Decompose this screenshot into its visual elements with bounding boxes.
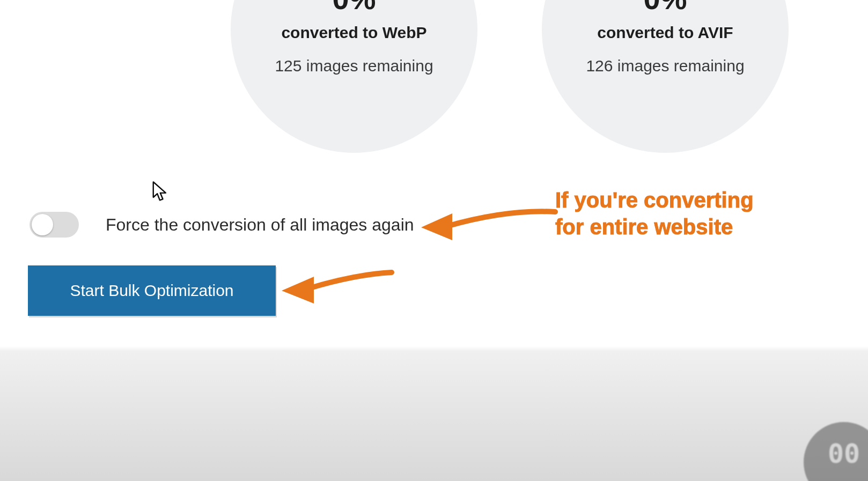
mouse-cursor-icon bbox=[152, 181, 168, 202]
svg-marker-0 bbox=[421, 213, 452, 240]
stat-circle-avif: 0% converted to AVIF 126 images remainin… bbox=[542, 0, 789, 153]
avif-label: converted to AVIF bbox=[597, 24, 733, 42]
annotation-text: If you're converting for entire website bbox=[555, 187, 781, 240]
annotation-arrow-bottom-icon bbox=[279, 263, 397, 306]
start-bulk-optimization-button[interactable]: Start Bulk Optimization bbox=[28, 265, 276, 316]
webp-percent: 0% bbox=[333, 0, 376, 14]
force-conversion-label: Force the conversion of all images again bbox=[106, 215, 414, 235]
webp-label: converted to WebP bbox=[281, 24, 426, 42]
annotation-arrow-top-icon bbox=[421, 204, 561, 241]
stat-circle-webp: 0% converted to WebP 125 images remainin… bbox=[231, 0, 477, 153]
avif-percent: 0% bbox=[644, 0, 687, 14]
timestamp-badge: 00 bbox=[804, 422, 868, 481]
svg-marker-1 bbox=[282, 277, 314, 304]
webp-remaining: 125 images remaining bbox=[275, 57, 433, 75]
force-conversion-toggle[interactable] bbox=[30, 212, 79, 238]
force-conversion-row: Force the conversion of all images again bbox=[30, 212, 414, 238]
avif-remaining: 126 images remaining bbox=[586, 57, 744, 75]
